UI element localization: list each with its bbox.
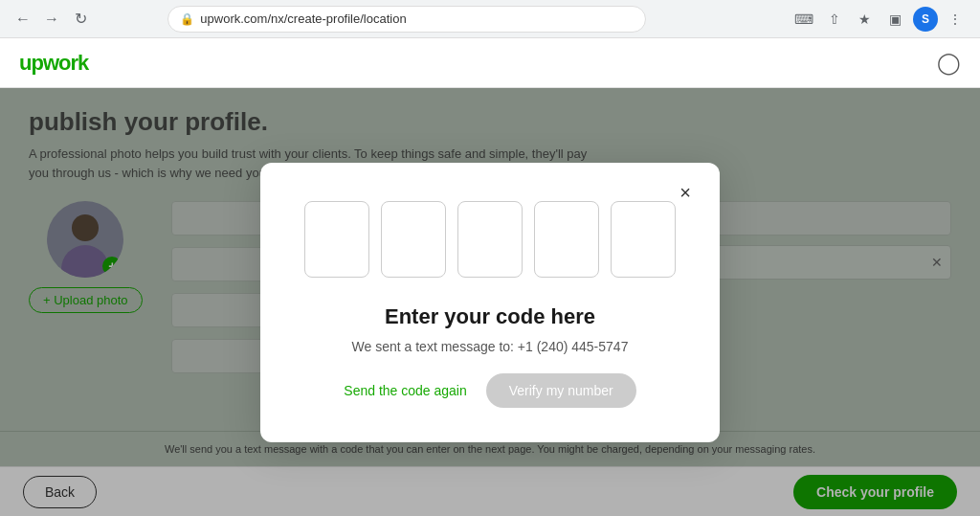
verification-modal: × Enter your code here We sent a text me… [260, 163, 720, 442]
lock-icon: 🔒 [180, 12, 194, 26]
code-box-3[interactable] [457, 201, 523, 278]
forward-nav-button[interactable]: → [40, 8, 63, 31]
verify-number-button[interactable]: Verify my number [486, 373, 636, 408]
address-bar[interactable]: 🔒 upwork.com/nx/create-profile/location [167, 6, 646, 33]
url-text: upwork.com/nx/create-profile/location [200, 11, 406, 26]
nav-buttons: ← → ↻ [11, 8, 92, 31]
modal-title: Enter your code here [306, 304, 674, 329]
user-account-icon[interactable]: ◯ [937, 51, 961, 76]
more-options-icon[interactable]: ⋮ [942, 6, 969, 33]
browser-actions: ⌨ ⇧ ★ ▣ S ⋮ [791, 6, 969, 33]
logo-text: upwork [19, 51, 88, 75]
back-nav-button[interactable]: ← [11, 8, 34, 31]
upwork-logo: upwork [19, 51, 88, 76]
page-background: publish your profile. A professional pho… [0, 88, 980, 516]
page-content: upwork ◯ publish your profile. A profess… [0, 38, 980, 516]
modal-close-button[interactable]: × [670, 178, 701, 209]
modal-subtitle: We sent a text message to: +1 (240) 445-… [306, 339, 674, 354]
top-nav: upwork ◯ [0, 38, 980, 88]
code-inputs [306, 201, 674, 278]
reload-button[interactable]: ↻ [69, 8, 92, 31]
browser-chrome: ← → ↻ 🔒 upwork.com/nx/create-profile/loc… [0, 0, 980, 38]
window-icon[interactable]: ▣ [882, 6, 909, 33]
code-box-1[interactable] [304, 201, 369, 278]
resend-code-button[interactable]: Send the code again [344, 383, 466, 398]
browser-user-avatar[interactable]: S [913, 7, 938, 32]
code-box-4[interactable] [534, 201, 599, 278]
bookmark-icon[interactable]: ★ [852, 6, 879, 33]
code-box-2[interactable] [381, 201, 446, 278]
modal-actions: Send the code again Verify my number [306, 373, 674, 408]
modal-overlay: × Enter your code here We sent a text me… [0, 88, 980, 516]
key-icon[interactable]: ⌨ [791, 6, 817, 33]
share-icon[interactable]: ⇧ [821, 6, 848, 33]
code-box-5[interactable] [611, 201, 676, 278]
